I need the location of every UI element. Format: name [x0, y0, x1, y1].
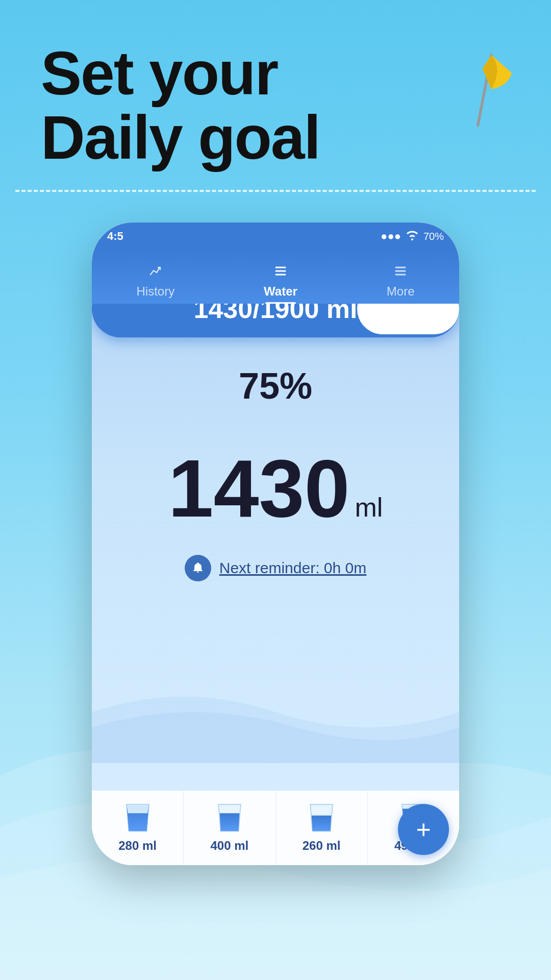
tab-more[interactable]: More	[366, 258, 435, 304]
headline-block: Set your Daily goal	[41, 41, 320, 169]
status-icons: ●●● 70%	[381, 229, 444, 243]
percentage-display: 75%	[239, 365, 312, 407]
top-section: Set your Daily goal	[0, 0, 551, 190]
drink-btn-label-280: 280 ml	[118, 839, 157, 853]
tab-history[interactable]: History	[116, 258, 195, 304]
phone-mockup: 4:5 ●●● 70% History	[92, 223, 459, 865]
history-tab-label: History	[136, 284, 174, 299]
drink-btn-400[interactable]: 400 ml	[184, 791, 276, 865]
app-wave	[92, 661, 459, 763]
cup-icon-260	[301, 800, 342, 836]
progress-label: 1430/1900 ml	[92, 304, 459, 324]
status-time: 4:5	[107, 230, 123, 243]
headline-line1: Set your	[41, 41, 320, 105]
cup-icon-400	[209, 800, 250, 836]
more-tab-label: More	[387, 284, 415, 299]
nav-tabs: History Water	[92, 250, 459, 304]
flag-icon	[449, 46, 520, 128]
app-body: 1430/1900 ml 75% 1430 ml Next reminder	[92, 304, 459, 865]
drink-btn-label-260: 260 ml	[303, 839, 341, 853]
history-icon	[148, 263, 163, 281]
reminder-text: Next reminder: 0h 0m	[219, 559, 366, 577]
cup-icon-280	[117, 800, 158, 836]
drink-btn-label-400: 400 ml	[211, 839, 249, 853]
water-icon	[273, 263, 288, 281]
headline-line2: Daily goal	[41, 105, 320, 169]
water-amount: 1430 ml	[168, 448, 383, 529]
add-icon: +	[416, 815, 431, 844]
status-bar: 4:5 ●●● 70%	[92, 223, 459, 250]
water-amount-number: 1430	[168, 448, 350, 529]
drink-btn-280[interactable]: 280 ml	[92, 791, 184, 865]
phone-wrapper: 4:5 ●●● 70% History	[0, 223, 551, 865]
battery-text: 70%	[423, 231, 444, 242]
signal-icon: ●●●	[381, 230, 401, 243]
reminder-bell-icon	[185, 555, 211, 581]
main-content: 75% 1430 ml Next reminder: 0h 0m	[92, 304, 459, 581]
progress-pill: 1430/1900 ml	[92, 304, 459, 337]
reminder-row[interactable]: Next reminder: 0h 0m	[185, 555, 366, 581]
tab-water[interactable]: Water	[243, 258, 318, 304]
more-icon	[393, 263, 408, 281]
section-divider	[15, 190, 536, 192]
add-intake-button[interactable]: +	[398, 804, 449, 855]
water-tab-label: Water	[264, 284, 297, 299]
drink-btn-260[interactable]: 260 ml	[276, 791, 368, 865]
wifi-icon	[405, 229, 419, 243]
progress-pill-wrapper: 1430/1900 ml	[92, 304, 459, 337]
water-amount-unit: ml	[355, 492, 383, 523]
